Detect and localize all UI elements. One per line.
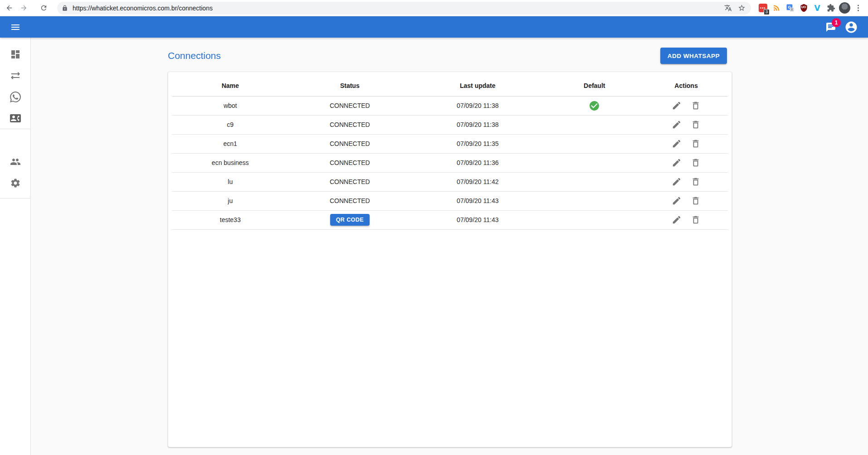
sidebar-item-dashboard[interactable]	[0, 44, 30, 65]
delete-connection-button[interactable]	[690, 214, 702, 226]
connection-last-update: 07/09/20 11:42	[411, 172, 544, 191]
connection-status: CONNECTED	[330, 197, 370, 204]
table-row: ju CONNECTED 07/09/20 11:43	[172, 191, 728, 210]
edit-connection-button[interactable]	[671, 195, 683, 207]
bookmark-star-icon[interactable]	[736, 3, 746, 13]
translate-icon[interactable]	[723, 3, 733, 13]
browser-toolbar: https://whaticket.economicros.com.br/con…	[0, 0, 868, 16]
edit-pencil-icon	[672, 139, 682, 149]
connections-table-body: wbot CONNECTED 07/09/20 11:38 c9 CONNECT…	[172, 96, 728, 229]
translate-extension-icon[interactable]: G文	[784, 2, 796, 15]
table-row: ecn1 CONNECTED 07/09/20 11:35	[172, 134, 728, 153]
sidebar-item-tickets[interactable]	[0, 86, 30, 107]
edit-connection-button[interactable]	[671, 138, 683, 150]
connections-table: Name Status Last update Default Actions …	[172, 76, 728, 230]
connection-status: CONNECTED	[330, 178, 370, 185]
trash-icon	[691, 139, 701, 149]
vimeo-icon[interactable]: V	[811, 2, 824, 15]
connections-sync-icon	[10, 70, 21, 81]
connection-last-update: 07/09/20 11:38	[411, 115, 544, 134]
trash-icon	[691, 158, 701, 168]
extension-badge: 3	[764, 9, 770, 15]
sidebar-divider	[0, 198, 30, 198]
svg-text:文: 文	[790, 8, 793, 11]
edit-pencil-icon	[672, 101, 682, 111]
connection-status: CONNECTED	[330, 121, 370, 128]
table-row: lu CONNECTED 07/09/20 11:42	[172, 172, 728, 191]
trash-icon	[691, 215, 701, 225]
table-row: ecn business CONNECTED 07/09/20 11:36	[172, 153, 728, 172]
qr-code-button[interactable]: QR CODE	[330, 214, 370, 226]
column-header-status: Status	[288, 76, 411, 96]
connection-last-update: 07/09/20 11:43	[411, 191, 544, 210]
column-header-name: Name	[172, 76, 288, 96]
table-row: wbot CONNECTED 07/09/20 11:38	[172, 96, 728, 115]
trash-icon	[691, 101, 701, 111]
extensions-strip: ••• 3 G文 UO V	[756, 2, 864, 15]
edit-pencil-icon	[672, 196, 682, 206]
url-text: https://whaticket.economicros.com.br/con…	[73, 5, 719, 12]
column-header-last-update: Last update	[411, 76, 544, 96]
connections-card: Name Status Last update Default Actions …	[168, 72, 732, 447]
lock-icon	[62, 5, 68, 11]
connection-name: ecn1	[172, 134, 288, 153]
table-row: c9 CONNECTED 07/09/20 11:38	[172, 115, 728, 134]
connection-status: CONNECTED	[330, 140, 370, 147]
whatsapp-icon	[10, 92, 21, 102]
connection-name: ecn business	[172, 153, 288, 172]
column-header-default: Default	[544, 76, 644, 96]
delete-connection-button[interactable]	[690, 157, 702, 169]
page-title: Connections	[168, 50, 221, 61]
edit-pencil-icon	[672, 177, 682, 187]
edit-connection-button[interactable]	[671, 176, 683, 188]
reload-icon[interactable]	[38, 3, 49, 14]
sidebar	[0, 38, 31, 455]
connection-status: CONNECTED	[330, 102, 370, 109]
ublock-icon[interactable]: UO	[797, 2, 810, 15]
connection-last-update: 07/09/20 11:43	[411, 210, 544, 229]
table-row: teste33 QR CODE 07/09/20 11:43	[172, 210, 728, 229]
default-check-icon	[589, 102, 600, 109]
table-header-row: Name Status Last update Default Actions	[172, 76, 728, 96]
edit-pencil-icon	[672, 120, 682, 130]
sidebar-item-settings[interactable]	[0, 172, 30, 194]
edit-pencil-icon	[672, 215, 682, 225]
connection-name: teste33	[172, 210, 288, 229]
connection-name: ju	[172, 191, 288, 210]
connection-name: c9	[172, 115, 288, 134]
account-circle-icon[interactable]	[844, 20, 858, 34]
edit-connection-button[interactable]	[671, 119, 683, 131]
menu-icon[interactable]	[10, 22, 21, 33]
delete-connection-button[interactable]	[690, 195, 702, 207]
back-icon[interactable]	[4, 3, 15, 14]
delete-connection-button[interactable]	[690, 138, 702, 150]
contacts-icon	[10, 113, 21, 124]
sidebar-item-users[interactable]	[0, 151, 30, 172]
rss-icon[interactable]	[770, 2, 783, 15]
edit-connection-button[interactable]	[671, 214, 683, 226]
forward-icon[interactable]	[18, 3, 29, 14]
address-bar[interactable]: https://whaticket.economicros.com.br/con…	[57, 2, 751, 15]
trash-icon	[691, 196, 701, 206]
add-whatsapp-button[interactable]: ADD WHATSAPP	[660, 48, 727, 64]
edit-connection-button[interactable]	[671, 157, 683, 169]
settings-icon	[10, 178, 21, 189]
connection-name: lu	[172, 172, 288, 191]
edit-pencil-icon	[672, 158, 682, 168]
delete-connection-button[interactable]	[690, 100, 702, 111]
connection-last-update: 07/09/20 11:36	[411, 153, 544, 172]
sidebar-item-connections[interactable]	[0, 65, 30, 86]
connection-last-update: 07/09/20 11:35	[411, 134, 544, 153]
delete-connection-button[interactable]	[690, 176, 702, 188]
profile-avatar[interactable]	[838, 2, 851, 15]
delete-connection-button[interactable]	[690, 119, 702, 131]
connection-name: wbot	[172, 96, 288, 115]
app-bar: 1	[0, 16, 868, 38]
connection-status: CONNECTED	[330, 159, 370, 166]
chat-icon[interactable]: 1	[825, 22, 836, 33]
edit-connection-button[interactable]	[671, 100, 683, 111]
puzzle-icon[interactable]	[824, 2, 837, 15]
sidebar-item-contacts[interactable]	[0, 107, 30, 129]
red-extension-icon[interactable]: ••• 3	[756, 2, 769, 15]
menu-dots-icon[interactable]	[852, 2, 864, 15]
